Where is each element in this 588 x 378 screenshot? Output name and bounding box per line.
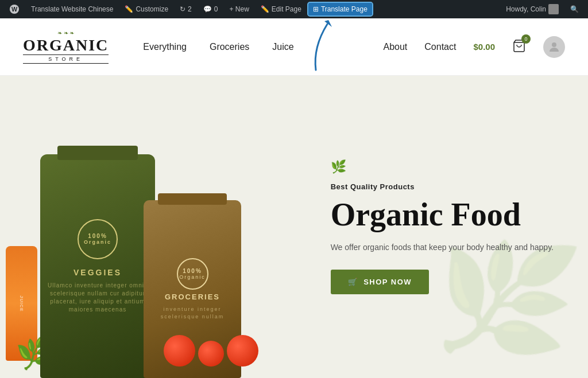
admin-bar: W Translate Website Chinese ✏️ Customize… xyxy=(0,0,588,18)
edit-page-label: Edit Page xyxy=(272,5,301,13)
customize-icon: ✏️ xyxy=(125,5,133,13)
tomato-2 xyxy=(198,341,224,367)
bag-seal-medium: 100% Organic xyxy=(177,258,208,290)
seal-text-med-2: Organic xyxy=(179,274,206,280)
user-avatar-small xyxy=(548,4,559,14)
comments-button[interactable]: ↻ 2 xyxy=(175,3,196,15)
tomatoes xyxy=(164,335,258,367)
nav-item-contact[interactable]: Contact xyxy=(424,42,456,52)
wp-logo-button[interactable]: W xyxy=(5,2,24,17)
svg-text:W: W xyxy=(11,6,18,13)
hero-products: JUICE 🌿 100% Organic VEGGIES Ullamco inv… xyxy=(0,76,293,378)
seal-text-1: 100% xyxy=(88,233,107,239)
site-header: ❧ ❧ ❧ ORGANIC STORE Everything Groceries… xyxy=(0,18,588,76)
shop-now-button[interactable]: 🛒 SHOP NOW xyxy=(331,270,430,294)
bag-label-veggies: VEGGIES xyxy=(74,268,122,277)
svg-point-4 xyxy=(552,42,556,47)
message-icon: 💬 xyxy=(203,5,212,13)
wp-icon: W xyxy=(9,4,20,14)
user-avatar[interactable] xyxy=(543,36,565,58)
user-icon xyxy=(547,40,561,54)
customize-label: Customize xyxy=(136,5,168,13)
site-name-button[interactable]: Translate Website Chinese xyxy=(26,3,118,15)
admin-bar-right: Howdy, Colin 🔍 xyxy=(501,2,583,17)
cart-button[interactable]: 0 xyxy=(512,39,526,55)
bag-seal-large: 100% Organic xyxy=(78,219,118,259)
search-button[interactable]: 🔍 xyxy=(566,3,583,15)
hero-leaf-icon: 🌿 xyxy=(331,159,554,174)
tomato-1 xyxy=(164,335,195,367)
bag-description-med: inventure integer scelerisque nullam xyxy=(144,306,241,320)
messages-count: 0 xyxy=(214,5,218,13)
search-icon: 🔍 xyxy=(570,5,579,13)
header-right: About Contact $0.00 0 xyxy=(384,36,566,58)
howdy-button[interactable]: Howdy, Colin xyxy=(501,2,563,17)
hero-subtitle: Best Quality Products xyxy=(331,182,554,191)
hero-title: Organic Food xyxy=(331,198,554,232)
translate-page-button[interactable]: ⊞ Translate Page xyxy=(308,3,372,15)
edit-icon: ✏️ xyxy=(261,5,269,13)
site-name-label: Translate Website Chinese xyxy=(31,5,113,13)
cart-badge: 0 xyxy=(521,34,531,44)
nav-item-juice[interactable]: Juice xyxy=(272,42,293,52)
bag-label-groceries: GROCERIES xyxy=(165,293,220,301)
translate-icon: ⊞ xyxy=(313,5,319,13)
right-navigation: About Contact xyxy=(384,42,457,52)
new-button[interactable]: + New xyxy=(225,3,253,15)
nav-item-everything[interactable]: Everything xyxy=(143,42,187,52)
new-label: + New xyxy=(229,5,249,13)
site-logo[interactable]: ❧ ❧ ❧ ORGANIC STORE xyxy=(23,30,109,64)
nav-item-about[interactable]: About xyxy=(384,42,408,52)
refresh-icon: ↻ xyxy=(180,5,185,13)
hero-description: We offer organic foods that keep your bo… xyxy=(331,241,554,254)
cart-icon-btn: 🛒 xyxy=(348,278,358,286)
logo-sub-text: STORE xyxy=(23,54,109,64)
shop-btn-label: SHOP NOW xyxy=(363,278,412,286)
howdy-label: Howdy, Colin xyxy=(506,5,546,13)
cart-price: $0.00 xyxy=(473,42,495,52)
veggies-bag: 100% Organic VEGGIES Ullamco inventure i… xyxy=(40,154,155,378)
logo-leaf-icon: ❧ ❧ ❧ xyxy=(57,30,75,36)
main-navigation: Everything Groceries Juice xyxy=(143,42,293,52)
translate-page-label: Translate Page xyxy=(321,5,368,13)
bag-description: Ullamco inventure integer omnis sceleris… xyxy=(40,282,155,314)
comments-count: 2 xyxy=(188,5,192,13)
messages-button[interactable]: 💬 0 xyxy=(199,3,223,15)
hero-section: 🌿 JUICE 🌿 100% Organic VEGGIES Ullamco i… xyxy=(0,76,588,378)
seal-text-med-1: 100% xyxy=(183,268,202,274)
tomato-3 xyxy=(227,335,258,367)
edit-page-button[interactable]: ✏️ Edit Page xyxy=(256,3,306,15)
hero-content: 🌿 Best Quality Products Organic Food We … xyxy=(331,159,554,295)
seal-text-2: Organic xyxy=(84,239,111,245)
nav-item-groceries[interactable]: Groceries xyxy=(210,42,249,52)
customize-button[interactable]: ✏️ Customize xyxy=(120,3,173,15)
logo-main-text: ORGANIC xyxy=(23,37,109,53)
